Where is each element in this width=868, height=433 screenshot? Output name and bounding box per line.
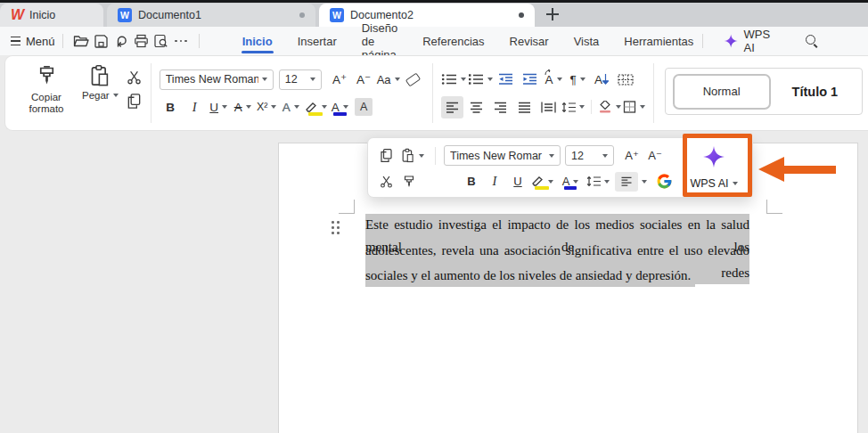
doc-line[interactable]: sociales y el aumento de los niveles de … — [365, 265, 749, 287]
paste-button[interactable] — [398, 145, 427, 167]
tab-referencias[interactable]: Referencias — [422, 29, 485, 54]
tab-inicio[interactable]: Inicio — [242, 29, 274, 54]
menu-button[interactable]: Menú — [26, 35, 55, 48]
more-commands-button[interactable] — [172, 30, 190, 52]
google-search-button[interactable] — [653, 171, 675, 192]
tab-home[interactable]: W Inicio — [0, 4, 103, 27]
ribbon: Copiar formato Pegar Times New Roman — [4, 55, 868, 131]
grow-font-button[interactable]: A⁺ — [621, 145, 643, 167]
doc-line[interactable]: adolescentes, revela una asociación sign… — [365, 240, 749, 262]
search-icon[interactable] — [803, 32, 818, 50]
alignment-button[interactable] — [615, 171, 647, 192]
underline-button[interactable]: U — [208, 96, 230, 118]
font-color-swatch — [333, 112, 347, 116]
wps-logo-icon: W — [11, 7, 23, 23]
tab-insertar[interactable]: Insertar — [297, 29, 338, 54]
char-shading-button[interactable]: A — [353, 96, 375, 118]
font-size-select[interactable]: 12 — [279, 69, 322, 90]
sort-button[interactable]: A — [591, 69, 613, 91]
justify-button[interactable] — [513, 96, 536, 118]
chevron-down-icon — [113, 94, 119, 97]
font-size-select[interactable]: 12 — [565, 145, 614, 166]
divider — [591, 100, 592, 114]
increase-indent-button[interactable] — [519, 69, 541, 91]
annotation-arrow — [783, 166, 836, 174]
cut-button[interactable] — [126, 69, 143, 86]
italic-button[interactable]: I — [184, 96, 206, 118]
clear-format-button[interactable] — [402, 69, 424, 91]
numbered-list-button[interactable] — [468, 69, 493, 91]
italic-button[interactable]: I — [484, 171, 505, 192]
shading-icon — [598, 101, 612, 113]
distribute-button[interactable] — [537, 96, 560, 118]
copy-button[interactable] — [126, 93, 143, 110]
chevron-down-icon — [602, 154, 608, 158]
shading-button[interactable] — [598, 96, 621, 118]
chevron-down-icon — [549, 154, 554, 158]
print-preview-button[interactable] — [151, 30, 169, 52]
shrink-font-button[interactable]: A⁻ — [353, 69, 375, 91]
text-direction-button[interactable]: A — [543, 69, 565, 91]
copy-format-button[interactable]: Copiar formato — [18, 64, 75, 115]
borders-button[interactable] — [623, 96, 645, 118]
style-normal[interactable]: Normal — [673, 74, 771, 110]
print-button[interactable] — [132, 30, 150, 52]
change-case-button[interactable]: Aa — [377, 69, 400, 91]
strikethrough-button[interactable]: A — [232, 96, 254, 118]
chevron-down-icon — [322, 105, 327, 109]
text-effects-button[interactable]: A — [280, 96, 302, 118]
tab-vista[interactable]: Vista — [573, 29, 601, 54]
copy-button[interactable] — [375, 145, 397, 167]
font-family-select[interactable]: Times New Romar — [444, 145, 561, 166]
line-spacing-button[interactable] — [586, 171, 610, 192]
decrease-indent-button[interactable] — [495, 69, 517, 91]
align-left-button[interactable] — [441, 96, 463, 118]
cut-button[interactable] — [375, 171, 397, 192]
wps-ai-menu-button[interactable]: WPS AI — [718, 25, 782, 57]
bold-button[interactable]: B — [160, 96, 182, 118]
line-spacing-icon — [586, 176, 601, 187]
tab-herramientas[interactable]: Herramientas — [623, 29, 694, 54]
highlight-swatch — [535, 186, 549, 190]
copy-icon — [379, 148, 394, 163]
underline-button[interactable]: U — [507, 171, 528, 192]
font-family-select[interactable]: Times New Roman — [160, 69, 274, 90]
chevron-down-icon — [580, 78, 585, 81]
show-marks-button[interactable]: ¶ — [567, 69, 589, 91]
chevron-down-icon — [604, 180, 610, 184]
superscript-button[interactable]: X² — [256, 96, 278, 118]
table-button[interactable] — [615, 69, 637, 91]
save-button[interactable] — [93, 30, 111, 52]
grow-font-button[interactable]: A⁺ — [329, 69, 351, 91]
hamburger-icon[interactable] — [11, 37, 20, 45]
font-color-button[interactable]: A — [329, 96, 351, 118]
tab-revisar[interactable]: Revisar — [509, 29, 550, 54]
chevron-down-icon — [271, 105, 276, 109]
open-file-button[interactable] — [72, 30, 90, 52]
printer-icon — [134, 34, 149, 48]
line-spacing-button[interactable] — [561, 96, 585, 118]
divider — [62, 34, 63, 48]
highlight-color-button[interactable] — [530, 171, 553, 192]
bullet-list-button[interactable] — [441, 69, 466, 91]
align-right-icon — [494, 102, 507, 113]
shrink-font-button[interactable]: A⁻ — [644, 145, 666, 167]
align-center-button[interactable] — [465, 96, 487, 118]
font-color-button[interactable]: A — [560, 171, 581, 192]
highlight-color-button[interactable] — [304, 96, 327, 118]
bold-button[interactable]: B — [461, 171, 482, 192]
paste-icon — [401, 148, 415, 164]
format-painter-button[interactable] — [398, 171, 420, 192]
font-group: Times New Roman 12 A⁺ A⁻ Aa B I U A X² A — [160, 61, 424, 126]
paste-button[interactable]: Pegar — [82, 64, 119, 102]
style-titulo-1[interactable]: Título 1 — [792, 85, 839, 99]
doc-line[interactable]: Este estudio investiga el impacto de los… — [365, 214, 749, 236]
paragraph-drag-handle[interactable] — [332, 221, 340, 236]
font-size-value: 12 — [285, 73, 307, 86]
align-right-button[interactable] — [489, 96, 512, 118]
sort-arrow-icon — [602, 74, 609, 85]
ellipsis-icon — [175, 40, 187, 43]
undo-button[interactable] — [112, 30, 130, 52]
chevron-down-icon — [579, 105, 585, 109]
grow-font-glyph: A⁺ — [625, 149, 639, 162]
